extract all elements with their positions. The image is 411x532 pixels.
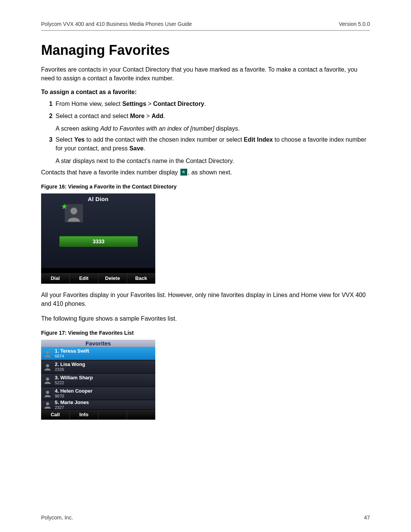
phone-number-button[interactable]: 3333	[59, 236, 138, 247]
footer-page-number: 47	[364, 514, 370, 521]
figure16-caption: Figure 16: Viewing a Favorite in the Con…	[41, 184, 370, 190]
paragraph-fig17-intro: The following figure shows a sample Favo…	[41, 314, 370, 323]
intro-paragraph: Favorites are contacts in your Contact D…	[41, 65, 370, 83]
favorite-name: 5. Marie Jones	[55, 400, 155, 405]
favorite-row[interactable]: 1. Teresa Swift6874	[41, 347, 155, 360]
page-title: Managing Favorites	[41, 42, 370, 58]
phone-screenshot-contact-directory: Al Dion ★ 3333 Dial Edit Delete Back	[41, 193, 155, 284]
contact-name-title: Al Dion	[41, 196, 155, 202]
subhead-assign: To assign a contact as a favorite:	[41, 89, 370, 96]
favorite-name: 4. Helen Cooper	[55, 388, 155, 394]
softkey-call[interactable]: Call	[41, 410, 70, 420]
favorite-row[interactable]: 4. Helen Cooper9870	[41, 387, 155, 400]
favorite-name: 2. Lisa Wong	[55, 362, 155, 367]
step3-text: Select Yes to add the contact with the c…	[56, 135, 370, 153]
step-number: 3	[41, 135, 56, 153]
star-icon	[180, 169, 187, 176]
footer-company: Polycom, Inc.	[41, 514, 73, 521]
step-number: 1	[41, 99, 56, 108]
favorite-number: 2326	[55, 367, 155, 372]
header-divider	[41, 30, 370, 31]
doc-title: Polycom VVX 400 and 410 Business Media P…	[41, 21, 192, 27]
after-steps-paragraph: Contacts that have a favorite index numb…	[41, 168, 370, 177]
svg-point-4	[46, 391, 49, 394]
softkey-delete[interactable]: Delete	[99, 273, 127, 284]
step1-text: From Home view, select Settings > Contac…	[56, 99, 370, 108]
svg-point-2	[46, 364, 49, 367]
svg-point-3	[46, 377, 49, 380]
favorite-row[interactable]: 2. Lisa Wong2326	[41, 360, 155, 374]
softkey-empty: .	[127, 410, 155, 420]
favorite-number: 9870	[55, 394, 155, 398]
phone-screenshot-favorites-list: Favorites 1. Teresa Swift68742. Lisa Won…	[41, 340, 155, 420]
favorite-number: 2327	[55, 405, 155, 410]
svg-point-1	[46, 351, 49, 354]
favorite-name: 3. William Sharp	[55, 375, 155, 380]
svg-point-5	[46, 402, 49, 405]
favorite-name: 1. Teresa Swift	[55, 348, 155, 354]
softkey-row: Dial Edit Delete Back	[41, 273, 155, 284]
favorite-number: 5222	[55, 380, 155, 385]
favorite-row[interactable]: 3. William Sharp5222	[41, 374, 155, 387]
softkey-empty: .	[99, 410, 127, 420]
avatar-icon	[43, 401, 52, 409]
favorite-star-icon: ★	[61, 202, 68, 211]
favorite-row[interactable]: 5. Marie Jones2327	[41, 400, 155, 410]
step-number: 2	[41, 112, 56, 120]
svg-point-0	[70, 208, 77, 214]
favorites-softkey-row: Call Info . .	[41, 410, 155, 420]
avatar-icon	[43, 363, 52, 371]
step3-substep: A star displays next to the contact's na…	[56, 157, 370, 165]
favorites-header: Favorites	[41, 340, 155, 347]
steps-list-cont: 3 Select Yes to add the contact with the…	[41, 135, 370, 153]
steps-list: 1 From Home view, select Settings > Cont…	[41, 99, 370, 120]
step2-substep: A screen asking Add to Favorites with an…	[56, 124, 370, 133]
favorite-number: 6874	[55, 354, 155, 358]
avatar-icon	[43, 376, 52, 384]
softkey-back[interactable]: Back	[127, 273, 155, 284]
figure17-caption: Figure 17: Viewing the Favorites List	[41, 330, 370, 336]
softkey-edit[interactable]: Edit	[70, 273, 98, 284]
paragraph-after-fig16: All your Favorites display in your Favor…	[41, 291, 370, 308]
doc-version: Version 5.0.0	[339, 21, 370, 27]
avatar-icon	[43, 389, 52, 398]
avatar-icon	[43, 349, 52, 358]
softkey-dial[interactable]: Dial	[41, 273, 70, 284]
step2-text: Select a contact and select More > Add.	[56, 112, 370, 120]
softkey-info[interactable]: Info	[70, 410, 98, 420]
